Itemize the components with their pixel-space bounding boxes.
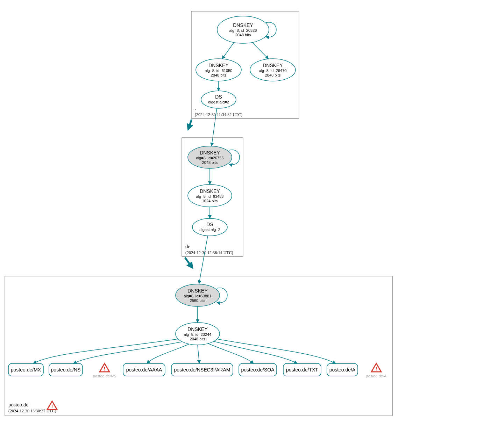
svg-text:alg=8, id=23244: alg=8, id=23244 — [184, 332, 212, 337]
svg-text:DNSKEY: DNSKEY — [200, 150, 220, 156]
dnssec-diagram: . (2024-12-30 11:34:32 UTC) DNSKEY alg=8… — [0, 0, 477, 448]
zone-root-ts: (2024-12-30 11:34:32 UTC) — [195, 112, 242, 117]
zone-de-ts: (2024-12-30 12:36:14 UTC) — [185, 250, 233, 255]
record-mx[interactable]: posteo.de/MX — [8, 363, 43, 376]
warning-a-label: posteo.de/A — [366, 374, 387, 378]
record-soa[interactable]: posteo.de/SOA — [239, 363, 277, 376]
zone-posteo-name: posteo.de — [8, 402, 28, 407]
warning-a[interactable]: ! — [371, 363, 381, 372]
zone-de-name: de — [185, 244, 191, 249]
svg-text:DNSKEY: DNSKEY — [200, 188, 220, 194]
edge-zsk-a — [217, 339, 336, 363]
edge-zsk-aaaa — [147, 344, 189, 363]
svg-text:posteo.de/TXT: posteo.de/TXT — [286, 367, 318, 373]
svg-text:DNSKEY: DNSKEY — [263, 63, 283, 68]
posteo-ksk-node[interactable]: DNSKEY alg=8, id=53881 2560 bits — [176, 284, 220, 306]
svg-text:posteo.de/AAAA: posteo.de/AAAA — [126, 367, 162, 373]
record-a[interactable]: posteo.de/A — [327, 363, 358, 376]
svg-text:1024 bits: 1024 bits — [202, 199, 218, 203]
edge-zsk-mx — [33, 339, 178, 363]
warning-ns-label: posteo.de/NS — [93, 374, 116, 378]
svg-text:posteo.de/A: posteo.de/A — [329, 367, 356, 373]
edge-rootksk-zsk2 — [252, 42, 269, 59]
root-zsk1-node[interactable]: DNSKEY alg=8, id=61050 2048 bits — [196, 59, 241, 81]
svg-text:alg=8, id=63483: alg=8, id=63483 — [196, 194, 224, 198]
record-ns[interactable]: posteo.de/NS — [49, 363, 83, 376]
root-ksk-node[interactable]: DNSKEY alg=8, id=20326 2048 bits — [217, 16, 269, 43]
record-aaaa[interactable]: posteo.de/AAAA — [123, 363, 165, 376]
svg-text:2560 bits: 2560 bits — [190, 298, 206, 303]
svg-text:2048 bits: 2048 bits — [190, 337, 206, 341]
posteo-zsk-node[interactable]: DNSKEY alg=8, id=23244 2048 bits — [176, 323, 220, 345]
svg-text:alg=8, id=20326: alg=8, id=20326 — [229, 28, 257, 32]
record-nsec3param[interactable]: posteo.de/NSEC3PARAM — [171, 363, 233, 376]
edge-deds-posteoksk — [199, 236, 208, 284]
zone-posteo: posteo.de (2024-12-30 13:30:37 UTC) DNSK… — [5, 276, 392, 416]
svg-text:alg=8, id=26470: alg=8, id=26470 — [259, 68, 287, 73]
zone-posteo-warning-icon[interactable]: ! — [47, 401, 57, 410]
svg-text:!: ! — [104, 366, 106, 371]
record-txt[interactable]: posteo.de/TXT — [283, 363, 321, 376]
svg-text:2048 bits: 2048 bits — [202, 160, 218, 165]
edge-zsk-nsec3 — [198, 345, 199, 363]
svg-text:2048 bits: 2048 bits — [211, 73, 227, 77]
delegation-root-de — [189, 120, 192, 128]
root-zsk2-node[interactable]: DNSKEY alg=8, id=26470 2048 bits — [250, 59, 296, 81]
svg-text:DNSKEY: DNSKEY — [208, 63, 229, 68]
de-ds-node[interactable]: DS digest alg=2 — [192, 218, 227, 236]
svg-text:posteo.de/SOA: posteo.de/SOA — [241, 367, 275, 373]
edge-zsk-ns — [73, 342, 182, 363]
de-ksk-node[interactable]: DNSKEY alg=8, id=26755 2048 bits — [188, 146, 232, 168]
svg-text:DS: DS — [215, 94, 222, 100]
de-zsk-node[interactable]: DNSKEY alg=8, id=63483 1024 bits — [188, 185, 232, 207]
record-row: posteo.de/MX posteo.de/NS ! posteo.de/NS… — [8, 363, 386, 378]
svg-point-14 — [201, 91, 236, 108]
zone-de: de (2024-12-30 12:36:14 UTC) DNSKEY alg=… — [182, 138, 243, 256]
delegation-de-posteo — [185, 258, 191, 266]
svg-text:posteo.de/NSEC3PARAM: posteo.de/NSEC3PARAM — [174, 367, 230, 373]
svg-text:posteo.de/MX: posteo.de/MX — [11, 367, 41, 373]
svg-text:alg=8, id=53881: alg=8, id=53881 — [184, 294, 212, 298]
svg-text:posteo.de/NS: posteo.de/NS — [51, 367, 81, 373]
edge-zsk-txt — [214, 341, 297, 363]
svg-text:alg=8, id=61050: alg=8, id=61050 — [205, 68, 233, 73]
svg-text:2048 bits: 2048 bits — [265, 73, 281, 77]
svg-text:DNSKEY: DNSKEY — [187, 288, 208, 294]
svg-text:alg=8, id=26755: alg=8, id=26755 — [196, 156, 224, 160]
svg-text:!: ! — [376, 366, 377, 371]
svg-text:DS: DS — [206, 222, 213, 227]
svg-text:DNSKEY: DNSKEY — [233, 22, 253, 28]
root-ds-node[interactable]: DS digest alg=2 — [201, 91, 236, 108]
edge-zsk-soa — [208, 344, 254, 363]
svg-text:!: ! — [51, 403, 53, 409]
zone-root-name: . — [195, 106, 196, 111]
zone-root: . (2024-12-30 11:34:32 UTC) DNSKEY alg=8… — [191, 11, 299, 118]
svg-text:digest alg=2: digest alg=2 — [208, 100, 229, 104]
svg-text:DNSKEY: DNSKEY — [187, 326, 208, 332]
svg-text:digest alg=2: digest alg=2 — [199, 227, 220, 232]
edge-rootksk-zsk1 — [222, 42, 234, 59]
warning-ns[interactable]: ! — [100, 363, 109, 372]
svg-text:2048 bits: 2048 bits — [235, 33, 251, 37]
svg-point-26 — [192, 218, 227, 236]
